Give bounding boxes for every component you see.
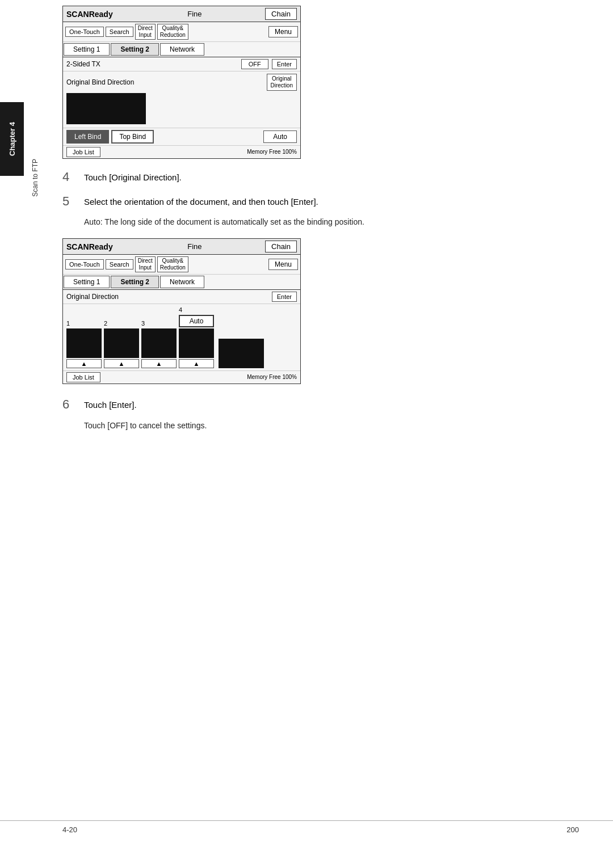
original-direction-row: Original Direction Enter: [63, 290, 300, 304]
two-sided-tx-label: 2-Sided TX: [66, 60, 238, 68]
p2-tab-setting1[interactable]: Setting 1: [64, 276, 110, 288]
chapter-tab: Chapter 4: [0, 102, 24, 176]
p2-menu-button[interactable]: Menu: [268, 259, 298, 270]
step-5-number: 5: [62, 195, 84, 208]
direction-img-4: [179, 328, 214, 358]
step-5-section: 5 Select the orientation of the document…: [62, 195, 573, 229]
col-2-num: 2: [104, 320, 107, 327]
direction-img-1: [66, 328, 102, 358]
two-sided-tx-row: 2-Sided TX OFF Enter: [63, 57, 300, 71]
step-5-text: Select the orientation of the document, …: [84, 195, 318, 209]
p2-job-list-button[interactable]: Job List: [66, 372, 100, 382]
footer-page-right: 200: [566, 825, 579, 834]
panel2-fine: Fine: [187, 242, 201, 251]
step-6-sub: Touch [OFF] to cancel the settings.: [84, 420, 453, 432]
step-4-number: 4: [62, 170, 84, 184]
p2-job-memory-row: Job List Memory Free 100%: [63, 371, 300, 384]
enter-button-1[interactable]: Enter: [272, 59, 297, 69]
panel2-nav-row: One-Touch Search DirectInput Quality&Red…: [63, 255, 300, 275]
step-4-text: Touch [Original Direction].: [84, 170, 182, 184]
p2-tab-setting2[interactable]: Setting 2: [111, 276, 159, 288]
tab-setting2[interactable]: Setting 2: [111, 43, 159, 56]
one-touch-button[interactable]: One-Touch: [65, 27, 104, 37]
direct-input-button[interactable]: DirectInput: [135, 24, 156, 40]
direction-img-2: [104, 328, 139, 358]
step-6-text: Touch [Enter].: [84, 398, 137, 412]
direction-col-2: 2 ▲: [104, 320, 139, 368]
auto-button[interactable]: Auto: [263, 130, 297, 143]
original-bind-direction-area: Original Bind Direction OriginalDirectio…: [63, 71, 300, 128]
menu-button[interactable]: Menu: [268, 26, 298, 37]
panel2-title: SCANReady: [66, 242, 113, 251]
panel1-title: SCANReady: [66, 10, 113, 19]
quality-reduction-button[interactable]: Quality&Reduction: [157, 24, 188, 40]
col-1-num: 1: [66, 320, 70, 327]
step-4-section: 4 Touch [Original Direction].: [62, 170, 573, 184]
main-content: SCANReady Fine Chain One-Touch Search Di…: [62, 6, 573, 442]
auto-black-box: [219, 339, 264, 368]
job-memory-row: Job List Memory Free 100%: [63, 146, 300, 158]
direction-col-5: [219, 339, 264, 368]
search-button[interactable]: Search: [106, 27, 133, 37]
direction-preview-box: [66, 93, 146, 124]
original-direction-button[interactable]: OriginalDirection: [267, 74, 297, 91]
scan-label: Scan to FTP: [31, 159, 39, 197]
step-5-sub: Auto: The long side of the document is a…: [84, 216, 453, 228]
direction-label-row: Original Bind Direction OriginalDirectio…: [66, 74, 297, 91]
p2-memory-display: Memory Free 100%: [247, 374, 297, 381]
p2-tab-network[interactable]: Network: [160, 276, 204, 288]
p2-direct-input-button[interactable]: DirectInput: [135, 256, 156, 272]
arrow-btn-1[interactable]: ▲: [66, 359, 102, 368]
step-6-section: 6 Touch [Enter]. Touch [OFF] to cancel t…: [62, 398, 573, 432]
arrow-btn-2[interactable]: ▲: [104, 359, 139, 368]
footer: 4-20 200: [0, 820, 613, 834]
step-6-number: 6: [62, 398, 84, 411]
footer-page-left: 4-20: [62, 825, 77, 834]
step-4-row: 4 Touch [Original Direction].: [62, 170, 573, 184]
panel1-fine: Fine: [187, 10, 201, 18]
auto-label-box: Auto: [179, 315, 214, 327]
p2-search-button[interactable]: Search: [106, 259, 133, 269]
scanner-panel-2: SCANReady Fine Chain One-Touch Search Di…: [62, 238, 301, 384]
tab-setting1[interactable]: Setting 1: [64, 43, 110, 56]
left-bind-button[interactable]: Left Bind: [66, 130, 109, 144]
job-list-button[interactable]: Job List: [66, 147, 100, 157]
p2-quality-reduction-button[interactable]: Quality&Reduction: [157, 256, 188, 272]
panel2-tabs-row: Setting 1 Setting 2 Network: [63, 275, 300, 290]
direction-col-3: 3 ▲: [141, 320, 177, 368]
off-badge: OFF: [241, 59, 268, 69]
p2-enter-button[interactable]: Enter: [272, 292, 297, 302]
top-bind-button[interactable]: Top Bind: [111, 130, 154, 144]
scanner-panel-1: SCANReady Fine Chain One-Touch Search Di…: [62, 6, 301, 159]
bind-buttons-row: Left Bind Top Bind Auto: [63, 128, 300, 146]
direction-col-1: 1 ▲: [66, 320, 102, 368]
panel1-nav-row: One-Touch Search DirectInput Quality&Red…: [63, 22, 300, 42]
direction-img-3: [141, 328, 177, 358]
original-direction-label: Original Direction: [66, 293, 268, 301]
arrow-btn-3[interactable]: ▲: [141, 359, 177, 368]
tab-network[interactable]: Network: [160, 43, 204, 56]
step-6-row: 6 Touch [Enter].: [62, 398, 573, 412]
panel1-title-row: SCANReady Fine Chain: [63, 6, 300, 22]
col-3-num: 3: [141, 320, 145, 327]
step-5-row: 5 Select the orientation of the document…: [62, 195, 573, 209]
panel1-tabs-row: Setting 1 Setting 2 Network: [63, 42, 300, 57]
panel2-chain-button[interactable]: Chain: [265, 241, 297, 252]
panel2-title-row: SCANReady Fine Chain: [63, 239, 300, 255]
direction-col-4: 4 Auto ▲: [179, 306, 214, 368]
original-bind-direction-label: Original Bind Direction: [66, 78, 134, 86]
p2-one-touch-button[interactable]: One-Touch: [65, 259, 104, 269]
panel1-chain-button[interactable]: Chain: [265, 8, 297, 20]
col-4-num: 4: [179, 306, 182, 313]
memory-display: Memory Free 100%: [247, 149, 297, 155]
arrow-btn-4[interactable]: ▲: [179, 359, 214, 368]
original-direction-grid: 1 ▲ 2 ▲ 3 ▲ 4 Auto: [63, 304, 300, 371]
